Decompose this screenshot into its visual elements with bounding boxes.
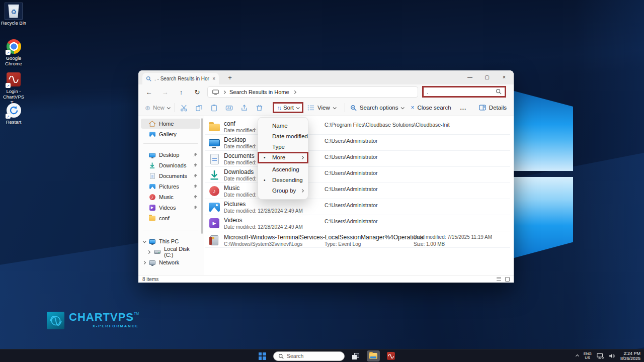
see-more-button[interactable]: ... (460, 105, 467, 111)
search-options-button[interactable]: Search options (350, 105, 404, 111)
large-icons-view-icon[interactable] (505, 277, 510, 282)
volume-icon[interactable] (609, 353, 615, 359)
address-bar[interactable]: Search Results in Home (207, 86, 418, 98)
desktop-icon-login-chartvps[interactable]: ↗ Login - ChartVPS T... (0, 71, 27, 105)
this-pc-icon (149, 238, 155, 245)
sidebar-item-conf[interactable]: conf (141, 213, 200, 223)
clock[interactable]: 2:24 PM 8/26/2025 (620, 351, 640, 361)
gallery-icon (149, 131, 155, 138)
sidebar-item-music[interactable]: ♪ Music (141, 192, 200, 202)
new-button[interactable]: ⊕ New (145, 104, 170, 112)
delete-button[interactable] (256, 104, 264, 112)
menu-item-more[interactable]: • More (258, 152, 308, 163)
close-search-button[interactable]: × Close search (411, 104, 451, 111)
close-button[interactable]: × (496, 70, 513, 84)
task-view-button[interactable] (349, 350, 362, 361)
sidebar-item-gallery[interactable]: Gallery (141, 129, 200, 139)
details-button[interactable]: Details (479, 105, 507, 111)
file-path: C:\Users\Administrator (325, 170, 378, 176)
sidebar-item-documents[interactable]: Documents (141, 171, 200, 181)
file-explorer-taskbar-button[interactable] (367, 350, 380, 361)
file-path: C:\Users\Administrator (325, 202, 378, 208)
cut-button[interactable] (180, 104, 188, 112)
file-row-documents[interactable]: Documents Date modified: 12/28/ C:\Users… (205, 151, 510, 167)
file-row-videos[interactable]: ▶ Videos Date modified: 12/28/2024 2:49 … (205, 215, 510, 231)
music-icon: ♪ (149, 194, 155, 201)
chevron-collapsed-icon[interactable] (147, 250, 150, 253)
copy-button[interactable] (195, 104, 203, 112)
chevron-collapsed-icon[interactable] (142, 260, 146, 264)
file-explorer-window: . - Search Results in Home × + — ▢ × ← →… (138, 70, 514, 283)
minimize-button[interactable]: — (461, 70, 478, 84)
taskbar-search[interactable]: Search (273, 351, 345, 361)
selected-bullet-icon: • (264, 152, 266, 163)
file-row-event-log[interactable]: Microsoft-Windows-TerminalServices-Local… (205, 232, 510, 248)
desktop-icon-recycle-bin[interactable]: ♻ Recycle Bin (0, 3, 27, 26)
breadcrumb[interactable]: Search Results in Home (229, 89, 289, 95)
search-value: . (427, 89, 428, 95)
folder-icon (208, 121, 220, 133)
view-button[interactable]: View (307, 105, 336, 111)
back-button[interactable]: ← (141, 84, 156, 100)
sidebar-scrollbar[interactable] (201, 118, 203, 234)
rename-button[interactable]: A (225, 104, 233, 112)
desktop-icon-restart[interactable]: ↗ Restart (0, 102, 27, 125)
sidebar-label: Documents (159, 173, 187, 179)
sidebar-item-this-pc[interactable]: This PC (141, 236, 200, 246)
menu-item-name[interactable]: Name (258, 121, 308, 131)
maximize-button[interactable]: ▢ (478, 70, 496, 84)
file-name: Videos (224, 217, 242, 224)
chartvps-taskbar-button[interactable] (384, 350, 397, 361)
search-input[interactable]: . (422, 86, 506, 98)
menu-label: Name (272, 123, 288, 129)
menu-item-descending[interactable]: • Descending (258, 175, 308, 186)
forward-button[interactable]: → (157, 84, 173, 100)
sidebar-item-desktop[interactable]: Desktop (141, 150, 200, 160)
shortcut-arrow-icon: ↗ (6, 114, 11, 119)
search-icon (278, 353, 284, 359)
start-button[interactable] (256, 350, 269, 361)
search-options-label: Search options (360, 105, 398, 111)
menu-label: Type (272, 144, 285, 150)
desktop-icon-google-chrome[interactable]: ↗ Google Chrome (0, 38, 27, 66)
sort-button[interactable]: ↑↓ Sort (273, 102, 303, 113)
breadcrumb-chevron-icon (293, 90, 296, 94)
downloads-icon (149, 162, 155, 169)
chevron-expanded-icon[interactable] (143, 239, 146, 243)
up-button[interactable]: ↑ (174, 84, 189, 100)
desktop-folder-icon (208, 137, 220, 149)
sidebar-item-videos[interactable]: ▶ Videos (141, 203, 200, 213)
refresh-button[interactable]: ↻ (190, 84, 205, 100)
share-button[interactable] (240, 104, 249, 112)
sidebar-item-local-disk-c[interactable]: Local Disk (C:) (141, 247, 200, 257)
menu-item-group-by[interactable]: Group by (258, 186, 308, 196)
wallpaper-logo-pane-bottom (512, 177, 573, 258)
sidebar-item-network[interactable]: Network (141, 257, 200, 267)
file-row-downloads[interactable]: Downloads Date modified: 12/28/ C:\Users… (205, 167, 510, 183)
file-row-pictures[interactable]: Pictures Date modified: 12/28/2024 2:49 … (205, 199, 510, 215)
folder-icon (149, 215, 155, 222)
menu-item-date-modified[interactable]: Date modified (258, 131, 308, 142)
task-view-icon (352, 353, 359, 359)
tray-expand-icon[interactable] (576, 354, 579, 357)
details-view-icon[interactable] (497, 277, 501, 281)
toolbar-divider (175, 103, 175, 112)
sidebar-item-downloads[interactable]: Downloads (141, 160, 200, 170)
file-modified: Date modified: 7/15/2025 11:19 AM (414, 234, 492, 240)
file-row-desktop[interactable]: Desktop Date modified: 8/20/2 C:\Users\A… (205, 135, 510, 151)
explorer-tab[interactable]: . - Search Results in Home × (142, 73, 219, 84)
network-icon (149, 259, 155, 266)
videos-folder-icon: ▶ (208, 217, 220, 229)
sidebar-item-pictures[interactable]: Pictures (141, 182, 200, 192)
file-row-music[interactable]: ♪ Music Date modified: 12/28/ C:\Users\A… (205, 183, 510, 199)
menu-item-type[interactable]: Type (258, 142, 308, 152)
sidebar-item-home[interactable]: Home (141, 119, 200, 129)
paste-button[interactable] (210, 104, 218, 112)
tab-close-icon[interactable]: × (212, 76, 215, 81)
chevron-down-icon (333, 106, 336, 109)
network-icon[interactable] (597, 353, 604, 359)
menu-item-ascending[interactable]: Ascending (258, 164, 308, 175)
language-indicator[interactable]: ENG US (584, 352, 592, 360)
file-row-conf[interactable]: conf Date modified: 12/27/ C:\Program Fi… (205, 119, 510, 135)
new-tab-button[interactable]: + (225, 73, 235, 83)
